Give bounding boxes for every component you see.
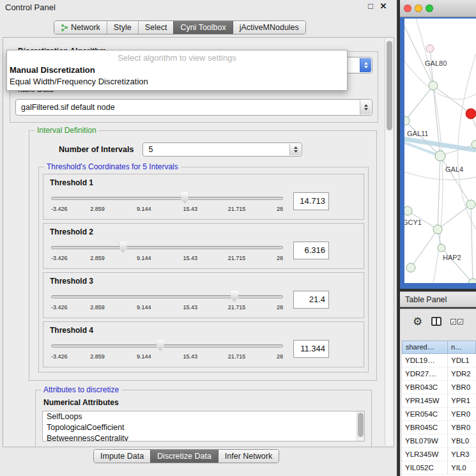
tick-label: 21.715 (228, 206, 246, 212)
table-data-combobox[interactable]: galFiltered.sif default node (15, 99, 372, 116)
cell: YBR0 (448, 381, 476, 394)
node-label-gal11: GAL11 (407, 130, 428, 137)
gear-icon[interactable]: ⚙ (413, 316, 422, 327)
table-row[interactable]: YDL19…YDL1 (402, 354, 476, 367)
table-data-value: galFiltered.sif default node (21, 103, 115, 112)
slider-thumb[interactable] (231, 291, 238, 302)
network-canvas[interactable]: GAL80 GAL11 GAL4 GCY1 HAP2 (404, 19, 476, 283)
tick-label: 2.859 (90, 304, 105, 311)
slider-thumb[interactable] (157, 340, 164, 351)
threshold-slider[interactable]: -3.426 2.859 9.144 15.43 21.715 28 (51, 242, 283, 263)
interval-definition-group: Interval Definition Number of Intervals … (29, 130, 377, 381)
network-node[interactable] (433, 225, 442, 234)
table-row[interactable]: YBL079WYBL0 (402, 434, 476, 448)
tab-label: Cyni Toolbox (180, 23, 226, 32)
float-window-icon[interactable]: □ (365, 1, 376, 12)
control-panel-titlebar: Control Panel □ ✕ (0, 0, 397, 14)
table-row[interactable]: YBR045CYBR0 (402, 421, 476, 434)
tick-label: 2.859 (90, 255, 105, 261)
tick-label: 28 (277, 255, 283, 261)
number-of-intervals-combobox[interactable]: 5 (142, 142, 302, 157)
thresholds-group: Threshold's Coordinates for 5 Intervals … (38, 167, 369, 372)
columns-icon[interactable] (431, 317, 441, 326)
table-row[interactable]: YPR145WYPR1 (402, 394, 476, 408)
tick-label: 2.859 (90, 353, 105, 360)
zoom-traffic-light[interactable] (426, 4, 433, 12)
table-row[interactable]: YER054CYER0 (402, 408, 476, 421)
combobox-stepper[interactable] (289, 144, 301, 155)
threshold-label: Threshold 2 (50, 227, 364, 236)
tab-label: Infer Network (225, 452, 272, 461)
threshold-slider[interactable]: -3.426 2.859 9.144 15.43 21.715 28 (51, 340, 283, 362)
tab-label: Select (145, 23, 167, 32)
tab-infer-network[interactable]: Infer Network (218, 450, 279, 463)
threshold-value-field[interactable]: 14.713 (293, 192, 329, 210)
tick-label: 15.43 (183, 304, 198, 311)
network-node[interactable] (466, 200, 475, 209)
threshold-value-field[interactable]: 21.4 (293, 291, 329, 309)
cell: YER054C (402, 408, 448, 420)
cell: YDL19… (402, 354, 448, 367)
highlighted-node[interactable] (466, 109, 476, 119)
table-row[interactable]: YBR043CYBR0 (402, 381, 476, 394)
scrollbar-thumb[interactable] (358, 413, 364, 437)
dropdown-option-equal-width-frequency[interactable]: Equal Width/Frequency Discretization (7, 76, 347, 88)
network-node[interactable] (472, 141, 476, 148)
panel-scrollbar[interactable] (385, 38, 393, 446)
threshold-slider[interactable]: -3.426 2.859 9.144 15.43 21.715 28 (51, 291, 283, 312)
close-icon[interactable]: ✕ (378, 1, 388, 12)
scrollbar-thumb[interactable] (387, 41, 392, 130)
combobox-stepper[interactable] (360, 100, 371, 114)
table-row[interactable]: YLR345WYLR3 (402, 448, 476, 461)
threshold-value-field[interactable]: 6.316 (293, 242, 329, 259)
tab-select[interactable]: Select (138, 21, 174, 34)
list-scrollbar[interactable] (357, 411, 364, 441)
network-icon (61, 24, 68, 31)
threshold-value-field[interactable]: 11.344 (293, 340, 329, 358)
table-panel: ⚙ shared… n… YDL19…YDL1 YDR27…YDR2 YBR04… (400, 309, 476, 476)
list-item[interactable]: BetweennessCentrality (43, 433, 364, 441)
minimize-traffic-light[interactable] (415, 4, 422, 12)
tick-label: 28 (277, 304, 283, 311)
column-header-name[interactable]: n… (448, 341, 476, 354)
network-node[interactable] (435, 151, 445, 161)
number-of-intervals-value: 5 (148, 145, 153, 154)
network-node[interactable] (404, 206, 412, 215)
table-row[interactable]: YDR27…YDR2 (402, 367, 476, 381)
tick-label: 2.859 (90, 206, 105, 212)
tick-label: 21.715 (228, 304, 246, 311)
number-of-intervals-label: Number of Intervals (59, 145, 134, 154)
combobox-stepper[interactable] (360, 58, 371, 72)
slider-track (51, 344, 283, 348)
threshold-label: Threshold 1 (50, 178, 364, 187)
slider-thumb[interactable] (119, 242, 127, 253)
cell: YPR1 (448, 394, 476, 407)
network-node[interactable] (406, 263, 415, 272)
close-traffic-light[interactable] (404, 4, 411, 12)
tab-network[interactable]: Network (54, 21, 107, 34)
tick-label: 21.715 (228, 353, 246, 360)
dropdown-option-manual-discretization[interactable]: Manual Discretization (7, 65, 347, 76)
network-node[interactable] (426, 45, 434, 52)
tick-label: 15.43 (183, 353, 198, 360)
node-label-hap2: HAP2 (443, 254, 461, 261)
threshold-label: Threshold 4 (50, 326, 364, 335)
tab-discretize-data[interactable]: Discretize Data (150, 450, 218, 463)
network-node[interactable] (438, 244, 445, 252)
column-header-shared-name[interactable]: shared… (402, 341, 448, 354)
tab-impute-data[interactable]: Impute Data (94, 450, 150, 463)
table-row[interactable]: YIL052CYIL0 (402, 461, 476, 475)
list-item[interactable]: SelfLoops (43, 411, 364, 422)
list-item[interactable]: TopologicalCoefficient (43, 422, 364, 433)
tick-label: -3.426 (51, 353, 68, 360)
threshold-label: Threshold 3 (50, 277, 364, 286)
tab-style[interactable]: Style (107, 21, 138, 34)
tab-jactivemodules[interactable]: jActiveMNodules (233, 21, 305, 34)
threshold-slider[interactable]: -3.426 2.859 9.144 15.43 21.715 28 (51, 192, 283, 214)
network-node[interactable] (429, 81, 438, 90)
cell: YDR27… (402, 367, 448, 380)
number-of-intervals-row: Number of Intervals 5 (59, 142, 371, 157)
slider-thumb[interactable] (181, 192, 188, 204)
tab-cyni-toolbox[interactable]: Cyni Toolbox (173, 21, 232, 34)
select-columns-icon[interactable] (450, 319, 463, 325)
